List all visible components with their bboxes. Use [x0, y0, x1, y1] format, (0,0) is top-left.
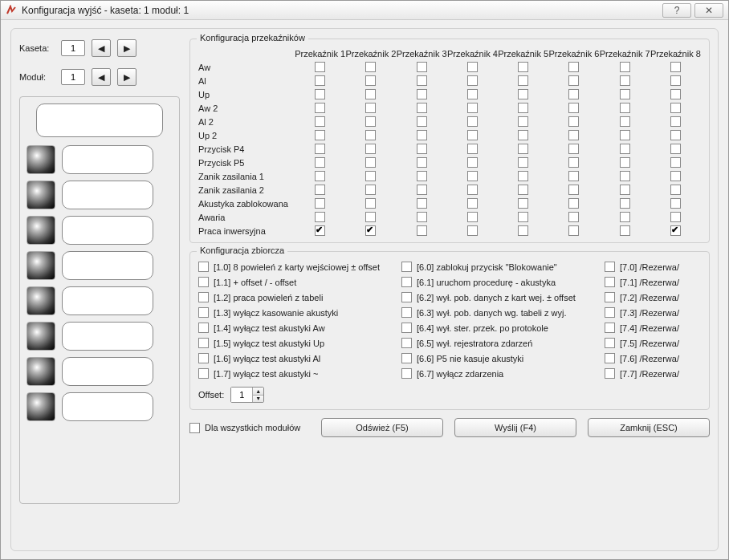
bulk-checkbox[interactable] [605, 262, 615, 272]
relay-checkbox[interactable] [670, 116, 681, 127]
relay-checkbox[interactable] [315, 89, 325, 99]
relay-checkbox[interactable] [670, 89, 681, 99]
bulk-checkbox[interactable] [401, 338, 412, 348]
relay-checkbox[interactable] [315, 75, 325, 86]
relay-checkbox[interactable] [568, 116, 579, 127]
relay-checkbox[interactable] [620, 185, 630, 195]
relay-checkbox[interactable] [620, 171, 630, 181]
relay-checkbox[interactable] [417, 89, 427, 99]
relay-checkbox[interactable] [620, 62, 630, 72]
relay-checkbox[interactable] [518, 144, 528, 154]
relay-checkbox[interactable] [315, 116, 325, 127]
relay-checkbox[interactable] [670, 171, 681, 181]
relay-checkbox[interactable] [417, 103, 427, 113]
bulk-checkbox[interactable] [198, 368, 209, 379]
modul-prev-button[interactable]: ◀ [92, 68, 111, 86]
offset-down-button[interactable]: ▼ [253, 396, 263, 403]
kaseta-prev-button[interactable]: ◀ [92, 39, 111, 57]
relay-checkbox[interactable] [467, 157, 478, 168]
relay-checkbox[interactable] [365, 62, 376, 72]
bulk-checkbox[interactable] [401, 307, 412, 318]
relay-checkbox[interactable] [315, 225, 325, 236]
relay-checkbox[interactable] [467, 171, 478, 181]
bulk-checkbox[interactable] [198, 262, 209, 272]
relay-checkbox[interactable] [365, 225, 376, 236]
bulk-checkbox[interactable] [605, 338, 615, 348]
slot-field[interactable] [62, 286, 153, 315]
bulk-checkbox[interactable] [198, 353, 209, 363]
relay-checkbox[interactable] [568, 198, 579, 209]
help-button[interactable]: ? [662, 3, 691, 18]
relay-checkbox[interactable] [467, 130, 478, 140]
bulk-checkbox[interactable] [605, 353, 615, 363]
bulk-checkbox[interactable] [198, 307, 209, 318]
kaseta-input[interactable] [61, 40, 85, 56]
relay-checkbox[interactable] [467, 144, 478, 154]
relay-checkbox[interactable] [417, 62, 427, 72]
all-modules-checkbox[interactable] [189, 423, 200, 433]
relay-checkbox[interactable] [315, 212, 325, 222]
relay-checkbox[interactable] [467, 225, 478, 236]
relay-checkbox[interactable] [467, 212, 478, 222]
relay-checkbox[interactable] [568, 157, 579, 168]
relay-checkbox[interactable] [518, 225, 528, 236]
slot-field[interactable] [62, 181, 153, 209]
modul-next-button[interactable]: ▶ [117, 68, 136, 86]
relay-checkbox[interactable] [365, 157, 376, 168]
relay-checkbox[interactable] [365, 212, 376, 222]
relay-checkbox[interactable] [670, 62, 681, 72]
close-button[interactable]: Zamknij (ESC) [588, 418, 710, 437]
relay-checkbox[interactable] [620, 157, 630, 168]
relay-checkbox[interactable] [417, 116, 427, 127]
relay-checkbox[interactable] [568, 75, 579, 86]
relay-checkbox[interactable] [518, 62, 528, 72]
relay-checkbox[interactable] [417, 75, 427, 86]
relay-checkbox[interactable] [670, 144, 681, 154]
relay-checkbox[interactable] [315, 157, 325, 168]
relay-checkbox[interactable] [467, 62, 478, 72]
relay-checkbox[interactable] [568, 171, 579, 181]
relay-checkbox[interactable] [620, 144, 630, 154]
bulk-checkbox[interactable] [401, 368, 412, 379]
relay-checkbox[interactable] [670, 198, 681, 209]
relay-checkbox[interactable] [518, 212, 528, 222]
bulk-checkbox[interactable] [605, 307, 615, 318]
relay-checkbox[interactable] [417, 198, 427, 209]
relay-checkbox[interactable] [365, 116, 376, 127]
relay-checkbox[interactable] [670, 225, 681, 236]
bulk-checkbox[interactable] [198, 338, 209, 348]
relay-checkbox[interactable] [670, 157, 681, 168]
relay-checkbox[interactable] [315, 130, 325, 140]
relay-checkbox[interactable] [417, 171, 427, 181]
relay-checkbox[interactable] [620, 103, 630, 113]
slot-field[interactable] [62, 216, 153, 245]
relay-checkbox[interactable] [417, 212, 427, 222]
relay-checkbox[interactable] [417, 130, 427, 140]
relay-checkbox[interactable] [365, 130, 376, 140]
relay-checkbox[interactable] [518, 116, 528, 127]
relay-checkbox[interactable] [518, 103, 528, 113]
relay-checkbox[interactable] [568, 130, 579, 140]
relay-checkbox[interactable] [417, 144, 427, 154]
relay-checkbox[interactable] [467, 116, 478, 127]
relay-checkbox[interactable] [620, 116, 630, 127]
relay-checkbox[interactable] [315, 62, 325, 72]
offset-spinner[interactable]: ▲ ▼ [230, 387, 264, 403]
bulk-checkbox[interactable] [401, 277, 412, 287]
relay-checkbox[interactable] [365, 171, 376, 181]
relay-checkbox[interactable] [568, 185, 579, 195]
relay-checkbox[interactable] [467, 185, 478, 195]
relay-checkbox[interactable] [467, 198, 478, 209]
slot-field[interactable] [62, 145, 153, 174]
relay-checkbox[interactable] [365, 103, 376, 113]
relay-checkbox[interactable] [365, 185, 376, 195]
bulk-checkbox[interactable] [401, 323, 412, 333]
relay-checkbox[interactable] [620, 212, 630, 222]
close-window-button[interactable]: ✕ [694, 3, 723, 18]
relay-checkbox[interactable] [518, 185, 528, 195]
bulk-checkbox[interactable] [198, 292, 209, 302]
slot-field[interactable] [62, 322, 153, 351]
relay-checkbox[interactable] [620, 225, 630, 236]
relay-checkbox[interactable] [518, 75, 528, 86]
relay-checkbox[interactable] [670, 130, 681, 140]
